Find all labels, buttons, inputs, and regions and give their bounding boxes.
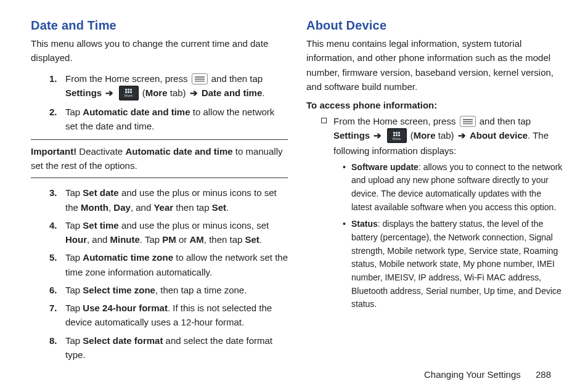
svg-rect-5 bbox=[463, 123, 473, 125]
about-device-subhead: To access phone information: bbox=[306, 100, 563, 110]
step-4: 4. Tap Set time and use the plus or minu… bbox=[49, 218, 288, 247]
important-note: Important! Deactivate Automatic date and… bbox=[31, 139, 288, 178]
date-time-steps-cont: 3. Tap Set date and use the plus or minu… bbox=[49, 186, 288, 362]
bullet-software-update: Software update: allows you to connect t… bbox=[343, 161, 563, 214]
date-time-steps: 1. From the Home screen, press and then … bbox=[49, 71, 288, 134]
footer-section-name: Changing Your Settings bbox=[424, 369, 521, 380]
page-number: 288 bbox=[536, 369, 551, 380]
document-page: Date and Time This menu allows you to ch… bbox=[0, 0, 588, 372]
date-time-heading: Date and Time bbox=[31, 18, 288, 33]
menu-hardkey-icon bbox=[460, 116, 476, 127]
right-column: About Device This menu contains legal in… bbox=[306, 18, 563, 365]
about-device-square-list: From the Home screen, press and then tap… bbox=[321, 114, 563, 311]
step-7: 7. Tap Use 24-hour format. If this is no… bbox=[49, 301, 288, 330]
arrow-icon: ➔ bbox=[457, 128, 467, 142]
step-2: 2. Tap Automatic date and time to allow … bbox=[49, 105, 288, 134]
left-column: Date and Time This menu allows you to ch… bbox=[31, 18, 288, 365]
more-tab-icon: More bbox=[119, 86, 139, 100]
about-device-heading: About Device bbox=[306, 18, 563, 33]
bullet-status: Status: displays the battery status, the… bbox=[343, 218, 563, 311]
step-5: 5. Tap Automatic time zone to allow the … bbox=[49, 250, 288, 279]
svg-rect-1 bbox=[195, 78, 205, 80]
more-tab-icon: More bbox=[387, 128, 407, 143]
step-6: 6. Tap Select time zone, then tap a time… bbox=[49, 283, 288, 297]
square-item-1: From the Home screen, press and then tap… bbox=[321, 114, 563, 311]
date-time-intro: This menu allows you to change the curre… bbox=[31, 36, 288, 65]
arrow-icon: ➔ bbox=[372, 128, 383, 142]
step-1: 1. From the Home screen, press and then … bbox=[49, 71, 288, 101]
arrow-icon: ➔ bbox=[104, 86, 115, 100]
arrow-icon: ➔ bbox=[189, 86, 199, 100]
step-8: 8. Tap Select date format and select the… bbox=[49, 333, 288, 362]
svg-rect-2 bbox=[195, 81, 205, 82]
about-device-intro: This menu contains legal information, sy… bbox=[306, 36, 563, 94]
step-3: 3. Tap Set date and use the plus or minu… bbox=[49, 186, 288, 214]
svg-rect-3 bbox=[463, 119, 473, 120]
page-footer: Changing Your Settings 288 bbox=[424, 369, 551, 380]
about-device-bullets: Software update: allows you to connect t… bbox=[343, 161, 563, 312]
menu-hardkey-icon bbox=[192, 73, 208, 84]
svg-rect-0 bbox=[195, 76, 205, 78]
svg-rect-4 bbox=[463, 121, 473, 123]
